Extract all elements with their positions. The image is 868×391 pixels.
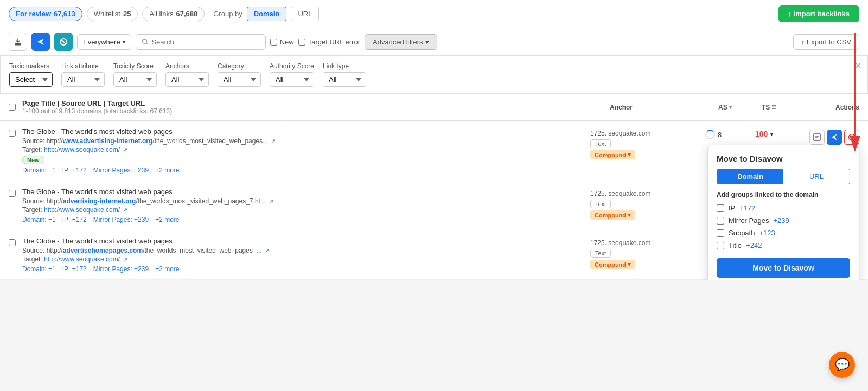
ip-link[interactable]: IP: +172 <box>62 216 87 223</box>
disavow-ip-count: +172 <box>739 204 755 212</box>
tab-whitelist-count: 25 <box>123 10 131 18</box>
disavow-subpath-checkbox[interactable] <box>717 229 724 237</box>
external-link-icon[interactable]: ↗ <box>123 256 127 263</box>
link-attribute-select[interactable]: All <box>61 72 105 87</box>
col-as-header[interactable]: AS ▾ <box>718 104 762 111</box>
target-link[interactable]: http://www.seoquake.com/ <box>44 206 120 214</box>
authority-score-select[interactable]: All <box>270 72 314 87</box>
compound-badge[interactable]: Compound ▾ <box>590 260 635 269</box>
row-links: Domain: +1 IP: +172 Mirror Pages: +239 +… <box>22 216 584 223</box>
mirror-pages-link[interactable]: Mirror Pages: +239 <box>93 265 149 273</box>
advanced-filters-button[interactable]: Advanced filters ▾ <box>365 34 438 50</box>
toxic-markers-filter: Toxic markers Select <box>9 62 53 87</box>
category-filter: Category All <box>218 62 261 87</box>
new-badge: New <box>22 156 44 164</box>
whitelist-action-btn[interactable] <box>827 130 842 145</box>
col-ts-header[interactable]: TS ☰ <box>762 104 805 111</box>
more-link[interactable]: +2 more <box>155 216 179 223</box>
new-label: New <box>280 38 294 46</box>
tab-whitelist[interactable]: Whitelist 25 <box>87 7 138 21</box>
compound-badge[interactable]: Compound ▾ <box>590 210 635 220</box>
source-link[interactable]: advertising-internet.org <box>63 197 136 205</box>
toxicity-score-select[interactable]: All <box>113 72 157 87</box>
external-link-icon[interactable]: ↗ <box>123 146 127 153</box>
close-filters-button[interactable]: × <box>855 60 861 72</box>
table-header: Page Title | Source URL | Target URL 1-1… <box>0 94 868 121</box>
chevron-down-icon: ▾ <box>425 38 429 46</box>
new-checkbox-label[interactable]: New <box>270 38 294 46</box>
disavow-option-title: Title +242 <box>717 241 850 249</box>
domain-link[interactable]: Domain: +1 <box>22 166 56 174</box>
block-icon-btn[interactable] <box>54 33 73 51</box>
group-domain-btn[interactable]: Domain <box>247 7 287 21</box>
source-link[interactable]: www.advertising-internet.org <box>63 137 153 145</box>
target-link[interactable]: http://www.seoquake.com/ <box>44 146 120 153</box>
row-title: The Globe - The world's most visited web… <box>22 127 584 136</box>
svg-line-10 <box>850 135 854 139</box>
text-badge: Text <box>590 200 611 208</box>
disavow-tab-url[interactable]: URL <box>783 169 850 184</box>
source-link[interactable]: advertisehomepages.com <box>63 247 143 254</box>
ip-link[interactable]: IP: +172 <box>62 166 87 174</box>
anchors-select[interactable]: All <box>165 72 209 87</box>
external-link-icon[interactable]: ↗ <box>269 198 273 205</box>
row-checkbox[interactable] <box>9 190 16 197</box>
tab-all-links[interactable]: All links 67,688 <box>142 7 205 21</box>
chevron-down-icon: ▾ <box>628 261 631 268</box>
authority-score-filter: Authority Score All <box>270 62 314 87</box>
disavow-ip-checkbox[interactable] <box>717 204 724 212</box>
toxic-markers-select[interactable]: Select <box>9 72 53 87</box>
link-type-select[interactable]: All <box>323 72 366 87</box>
target-url-error-text: Target URL error <box>308 38 360 46</box>
disavow-mirror-checkbox[interactable] <box>717 217 724 225</box>
disavow-action-btn[interactable] <box>844 130 859 145</box>
disavow-option-mirror: Mirror Pages +239 <box>717 216 850 225</box>
export-icon-btn[interactable] <box>9 33 27 51</box>
page-action-btn[interactable] <box>809 130 825 145</box>
more-link[interactable]: +2 more <box>155 166 179 174</box>
disavow-tab-domain[interactable]: Domain <box>717 169 783 184</box>
disavow-title-checkbox[interactable] <box>717 242 724 249</box>
row-checkbox[interactable] <box>9 130 16 137</box>
search-input[interactable] <box>151 38 259 46</box>
search-icon <box>142 38 149 46</box>
mirror-pages-link[interactable]: Mirror Pages: +239 <box>93 166 149 174</box>
compound-badge[interactable]: Compound ▾ <box>590 150 635 159</box>
disavow-subpath-label: Subpath <box>729 229 755 237</box>
domain-link[interactable]: Domain: +1 <box>22 265 56 273</box>
ts-dropdown-icon[interactable]: ▾ <box>770 131 773 137</box>
group-url-btn[interactable]: URL <box>291 7 319 21</box>
select-all-checkbox[interactable] <box>9 104 16 111</box>
external-link-icon[interactable]: ↗ <box>265 247 270 254</box>
move-to-disavow-button[interactable]: Move to Disavow <box>717 258 850 278</box>
disavow-title-opt-label: Title <box>729 241 742 249</box>
disavow-mirror-label: Mirror Pages <box>729 216 769 225</box>
advanced-filters-panel: × Toxic markers Select Link attribute Al… <box>0 56 868 94</box>
external-link-icon[interactable]: ↗ <box>123 207 127 214</box>
export-csv-label: ↑ Export to CSV <box>801 38 851 46</box>
tab-for-review[interactable]: For review 67,613 <box>9 7 82 21</box>
ip-link[interactable]: IP: +172 <box>62 265 87 273</box>
import-backlinks-button[interactable]: ↑ Import backlinks <box>778 5 859 22</box>
row-checkbox[interactable] <box>9 239 16 246</box>
disavow-ip-label: IP <box>729 204 735 212</box>
chevron-down-icon: ▾ <box>123 39 125 45</box>
more-link[interactable]: +2 more <box>155 265 179 273</box>
target-link[interactable]: http://www.seoquake.com/ <box>44 255 120 263</box>
external-link-icon[interactable]: ↗ <box>271 138 276 145</box>
target-url-error-checkbox[interactable] <box>298 39 305 46</box>
link-attribute-label: Link attribute <box>61 62 105 70</box>
mirror-pages-link[interactable]: Mirror Pages: +239 <box>93 216 149 223</box>
link-attribute-filter: Link attribute All <box>61 62 105 87</box>
send-icon-btn[interactable] <box>31 33 50 51</box>
new-checkbox[interactable] <box>270 39 277 46</box>
target-url-error-label[interactable]: Target URL error <box>298 38 360 46</box>
location-dropdown[interactable]: Everywhere ▾ <box>77 34 131 50</box>
row-target: Target: http://www.seoquake.com/ ↗ <box>22 255 584 263</box>
text-badge: Text <box>590 249 611 258</box>
domain-link[interactable]: Domain: +1 <box>22 216 56 223</box>
authority-score-label: Authority Score <box>270 62 314 70</box>
export-csv-button[interactable]: ↑ Export to CSV <box>793 34 859 50</box>
category-select[interactable]: All <box>218 72 261 87</box>
toxicity-score-label: Toxicity Score <box>113 62 157 70</box>
